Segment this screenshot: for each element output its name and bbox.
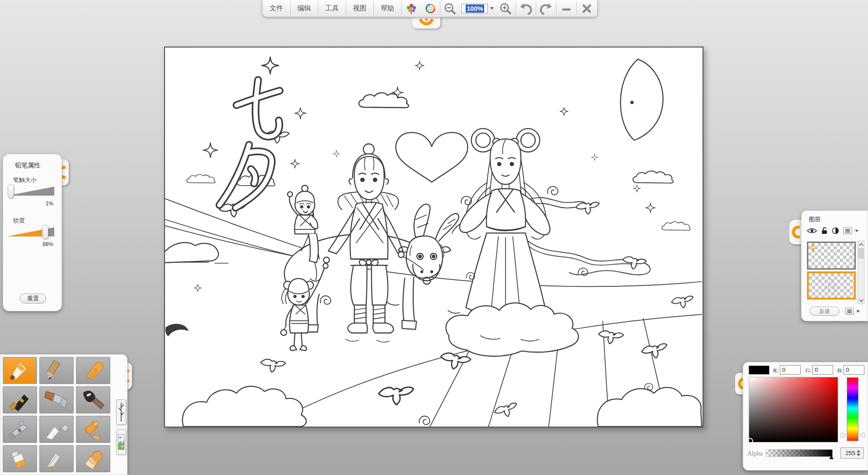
zoom-in-button[interactable] <box>495 0 515 17</box>
brush-size-value: 1% <box>46 200 53 207</box>
picture-icon <box>118 432 125 452</box>
tool-paint-roller[interactable] <box>76 416 110 443</box>
alpha-input[interactable] <box>841 448 855 458</box>
current-color-swatch[interactable] <box>749 366 769 375</box>
g-input[interactable] <box>812 365 833 375</box>
menu-file[interactable]: 文件 <box>263 0 290 17</box>
undo-button[interactable] <box>516 0 536 17</box>
menu-tools[interactable]: 工具 <box>318 0 346 17</box>
layer-item-1[interactable] <box>807 242 856 270</box>
drawing-canvas[interactable] <box>164 47 703 428</box>
scrollbar-thumb[interactable] <box>859 248 863 258</box>
eye-icon[interactable] <box>807 228 817 234</box>
tool-paint-bottle[interactable] <box>3 445 37 472</box>
eraser-icon <box>80 447 107 470</box>
layers-scrollbar[interactable] <box>858 241 864 304</box>
layers-footer-menu <box>845 308 860 315</box>
r-input[interactable] <box>780 365 801 375</box>
brush-size-handle[interactable] <box>8 184 14 199</box>
layers-header-icons <box>807 227 859 234</box>
tool-wood-pencil[interactable] <box>39 357 74 384</box>
new-layer-button[interactable]: 新建 <box>810 307 840 316</box>
alpha-slider[interactable] <box>766 449 833 457</box>
layer1-content-preview <box>808 243 822 253</box>
b-label: B: <box>837 367 843 374</box>
g-label: G: <box>806 367 811 374</box>
alpha-increment-icon[interactable] <box>857 450 860 452</box>
figure-rainbow-icon <box>406 3 417 14</box>
paint-brush-icon <box>43 389 70 411</box>
softness-value: 86% <box>42 241 53 247</box>
pencil-properties-panel: 铅笔属性 笔触大小 1% 软度 86% 重置 <box>3 154 62 311</box>
redo-icon <box>540 2 552 15</box>
brush-size-track[interactable] <box>8 185 54 199</box>
b-input[interactable] <box>844 365 864 375</box>
main-toolbar: 文件 编辑 工具 视图 帮助 <box>262 0 598 17</box>
menu-view[interactable]: 视图 <box>346 0 374 17</box>
tool-palette-panel <box>0 354 127 475</box>
softness-slider[interactable] <box>8 226 54 239</box>
scroll-up-icon[interactable] <box>858 241 864 247</box>
brush-size-slider[interactable] <box>8 185 54 199</box>
app-logo-icon <box>791 225 801 239</box>
alpha-decrement-icon[interactable] <box>857 454 860 456</box>
zoom-level-field[interactable]: 100% <box>462 4 488 14</box>
bamboo-texture-button[interactable] <box>116 399 126 425</box>
tool-eraser[interactable] <box>76 445 110 472</box>
saturation-value-field[interactable] <box>749 377 838 442</box>
figure-rainbow-icon[interactable] <box>402 0 421 17</box>
zoom-dropdown-arrow-icon[interactable] <box>490 7 494 10</box>
alpha-spinner <box>840 447 864 459</box>
wood-pencil-icon <box>43 359 70 382</box>
tool-carving-knife[interactable] <box>39 445 74 472</box>
layers-footer-menu-arrow-icon[interactable] <box>856 310 860 313</box>
toolbar-drag-tab[interactable] <box>412 17 440 28</box>
hue-bar[interactable] <box>847 377 859 441</box>
weaver-girl-figure <box>446 128 650 356</box>
contrast-icon[interactable] <box>832 227 839 234</box>
softness-label: 软度 <box>13 217 25 225</box>
paint-app-window: { "menubar": { "items": ["文件", "编辑", "工具… <box>0 0 868 475</box>
redo-button[interactable] <box>536 0 556 17</box>
tool-paint-brush[interactable] <box>39 386 74 413</box>
ink-brush-icon <box>80 389 107 411</box>
paint-roller-icon <box>80 418 107 441</box>
hue-marker-left-icon[interactable] <box>841 433 845 437</box>
hue-marker-right-icon[interactable] <box>860 433 864 437</box>
tool-fountain-pen[interactable] <box>3 386 37 413</box>
layer-item-2-selected[interactable] <box>807 271 856 299</box>
rings-rainbow-icon[interactable] <box>421 0 440 17</box>
zoom-out-button[interactable] <box>440 0 460 17</box>
reset-button[interactable]: 重置 <box>20 294 46 304</box>
zoom-out-icon <box>443 2 456 15</box>
unlock-icon[interactable] <box>821 227 828 234</box>
close-button[interactable] <box>577 0 597 17</box>
color-picker-panel: R: G: B: Alpha <box>743 362 868 470</box>
crayon-icon <box>80 359 107 382</box>
sv-selection-marker[interactable] <box>749 438 753 442</box>
menu-lines-icon <box>845 228 850 233</box>
scroll-down-icon[interactable] <box>858 297 864 304</box>
zoom-level-value: 100% <box>466 5 485 13</box>
minimize-icon <box>561 3 572 14</box>
layer-menu-button[interactable] <box>843 227 852 234</box>
paint-bottle-icon <box>6 447 33 470</box>
tool-palette-knife[interactable] <box>39 416 74 443</box>
undo-icon <box>519 2 532 15</box>
menu-lines-icon <box>847 309 852 314</box>
r-label: R: <box>773 367 778 374</box>
minimize-button[interactable] <box>557 0 576 17</box>
picture-texture-button[interactable] <box>116 429 126 455</box>
menu-help[interactable]: 帮助 <box>374 0 401 17</box>
tool-crayon[interactable] <box>76 357 110 384</box>
layers-list-menu-button[interactable] <box>845 308 854 315</box>
layer-menu-arrow-icon[interactable] <box>855 230 859 232</box>
menu-edit[interactable]: 编辑 <box>291 0 318 17</box>
layer2-content-preview <box>809 273 854 298</box>
softness-handle[interactable] <box>42 225 48 239</box>
tool-airbrush[interactable] <box>3 416 37 443</box>
tool-ink-brush[interactable] <box>76 386 110 413</box>
tool-pencil[interactable] <box>3 357 37 384</box>
brush-size-label: 笔触大小 <box>13 176 37 184</box>
alpha-marker-icon[interactable] <box>829 456 834 459</box>
